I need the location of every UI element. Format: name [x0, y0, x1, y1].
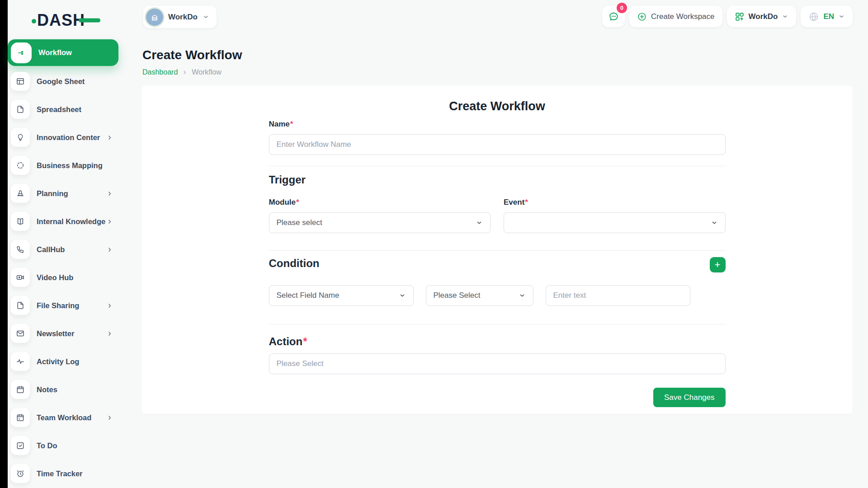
dashed-circle-icon	[11, 156, 30, 175]
sidebar-item-workflow[interactable]: Workflow	[8, 39, 118, 66]
chevron-right-icon	[106, 190, 113, 197]
chevron-down-icon	[399, 292, 406, 299]
sidebar-item-planning[interactable]: Planning	[8, 184, 118, 203]
required-asterisk: *	[290, 120, 293, 128]
breadcrumb: Dashboard Workflow	[142, 68, 242, 76]
condition-field-value: Select Field Name	[277, 291, 340, 300]
sidebar-item-callhub[interactable]: CallHub	[8, 240, 118, 259]
sidebar-item-label: Notes	[37, 385, 57, 394]
module-select[interactable]: Please select	[269, 212, 491, 233]
grid-plus-icon	[735, 12, 745, 22]
logo-text: DAS	[37, 11, 73, 29]
sidebar-item-business-mapping[interactable]: Business Mapping	[8, 156, 118, 175]
sidebar-item-label: Activity Log	[37, 357, 79, 366]
sidebar-item-internal-knowledge[interactable]: Internal Knowledge	[8, 212, 118, 231]
chevron-right-icon	[106, 302, 113, 309]
create-workspace-button[interactable]: Create Workspace	[629, 6, 722, 27]
sidebar-item-newsletter[interactable]: Newsletter	[8, 324, 118, 343]
module-field: Module* Please select	[269, 198, 491, 233]
sidebar-item-activity-log[interactable]: Activity Log	[8, 352, 118, 371]
required-asterisk: *	[296, 198, 299, 206]
activity-icon	[11, 352, 30, 371]
sidebar-item-video-hub[interactable]: Video Hub	[8, 268, 118, 287]
sidebar-item-notes[interactable]: Notes	[8, 380, 118, 399]
building-icon	[150, 12, 160, 22]
chevron-right-icon	[106, 218, 113, 225]
chevron-right-icon	[182, 70, 188, 75]
workflow-icon	[11, 42, 32, 63]
condition-operator-value: Please Select	[434, 291, 481, 300]
sidebar-item-label: Workflow	[38, 48, 72, 57]
event-select[interactable]	[504, 212, 726, 233]
top-bar-actions: 0 Create Workspace WorkDo EN	[602, 6, 853, 27]
create-workspace-label: Create Workspace	[651, 12, 714, 21]
divider	[269, 250, 726, 251]
file-icon	[11, 296, 30, 315]
sidebar: DASH WorkflowGoogle SheetSpreadsheetInno…	[8, 0, 120, 488]
required-asterisk: *	[303, 335, 307, 347]
table-icon	[11, 72, 30, 91]
app-logo[interactable]: DASH	[32, 11, 118, 30]
save-changes-button[interactable]: Save Changes	[653, 388, 726, 407]
chevron-right-icon	[106, 330, 113, 337]
action-select-input[interactable]	[269, 353, 726, 374]
sidebar-item-team-workload[interactable]: Team Workload	[8, 408, 118, 427]
alarm-clock-icon	[11, 464, 30, 483]
breadcrumb-current: Workflow	[192, 68, 222, 76]
sidebar-item-label: Team Workload	[37, 413, 91, 422]
sidebar-item-spreadsheet[interactable]: Spreadsheet	[8, 100, 118, 119]
plus-circle-icon	[637, 12, 647, 22]
sidebar-item-file-sharing[interactable]: File Sharing	[8, 296, 118, 315]
event-label: Event*	[504, 198, 726, 207]
sidebar-item-label: Business Mapping	[37, 161, 103, 170]
language-selector[interactable]: EN	[801, 6, 853, 27]
module-label: Module*	[269, 198, 491, 207]
sidebar-item-label: Newsletter	[37, 329, 74, 338]
sidebar-item-to-do[interactable]: To Do	[8, 436, 118, 455]
workflow-name-input[interactable]	[269, 134, 726, 155]
condition-field-select[interactable]: Select Field Name	[269, 285, 414, 306]
file-icon	[11, 100, 30, 119]
sidebar-item-label: CallHub	[37, 245, 65, 254]
chevron-right-icon	[106, 134, 113, 141]
sidebar-item-time-tracker[interactable]: Time Tracker	[8, 464, 118, 483]
messages-button[interactable]: 0	[602, 6, 625, 27]
cone-icon	[11, 184, 30, 203]
event-field: Event*	[504, 198, 726, 233]
chevron-down-icon	[838, 13, 845, 20]
video-camera-icon	[11, 268, 30, 287]
account-menu[interactable]: WorkDo	[727, 6, 797, 27]
chevron-down-icon	[782, 13, 788, 20]
chevron-right-icon	[106, 246, 113, 253]
sidebar-item-label: Innovation Center	[37, 133, 100, 142]
chevron-right-icon	[106, 414, 113, 421]
chevron-down-icon	[476, 219, 483, 226]
name-label: Name*	[269, 120, 726, 129]
sidebar-item-google-sheet[interactable]: Google Sheet	[8, 72, 118, 91]
breadcrumb-dashboard-link[interactable]: Dashboard	[142, 68, 178, 76]
divider	[269, 166, 726, 166]
chevron-down-icon	[711, 219, 718, 226]
add-condition-button[interactable]: +	[710, 257, 726, 272]
open-book-icon	[11, 212, 30, 231]
condition-text-input[interactable]	[546, 285, 690, 306]
condition-operator-select[interactable]: Please Select	[426, 285, 533, 306]
account-name: WorkDo	[749, 12, 778, 21]
notification-badge: 0	[617, 3, 627, 13]
chat-bubble-icon	[608, 11, 619, 22]
sidebar-item-label: File Sharing	[37, 301, 79, 310]
sidebar-item-label: Internal Knowledge	[37, 217, 105, 226]
divider	[269, 324, 726, 324]
required-asterisk: *	[525, 198, 528, 206]
sidebar-item-label: Video Hub	[37, 273, 73, 282]
sidebar-item-label: Spreadsheet	[37, 105, 81, 114]
language-code: EN	[823, 12, 834, 21]
workspace-switcher[interactable]: WorkDo	[143, 6, 217, 28]
action-heading: Action*	[269, 335, 726, 348]
logo-dot	[32, 19, 36, 23]
sidebar-item-innovation-center[interactable]: Innovation Center	[8, 128, 118, 147]
sidebar-item-label: Planning	[37, 189, 68, 198]
logo-dash	[79, 19, 100, 23]
envelope-icon	[11, 324, 30, 343]
top-bar: WorkDo 0 Create Workspace WorkDo	[143, 6, 853, 28]
